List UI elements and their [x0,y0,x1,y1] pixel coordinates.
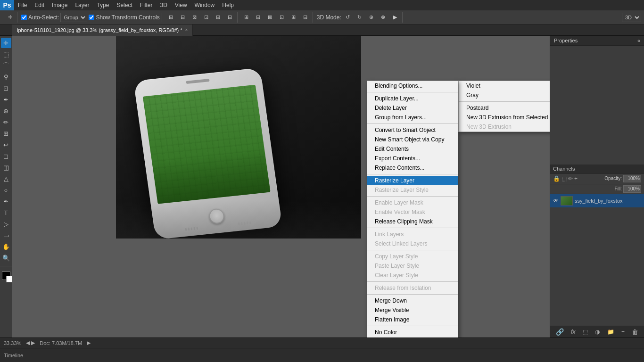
clone-stamp-tool[interactable]: ⊞ [1,128,11,139]
auto-select-checkbox[interactable] [21,15,27,20]
hand-tool[interactable]: ✋ [1,241,11,252]
nav-next-icon[interactable]: ▶ [31,340,35,346]
selection-tool[interactable]: ⬚ [1,49,11,59]
dist-r-icon[interactable]: ⊡ [277,12,287,23]
auto-select-label: Auto-Select: [28,14,59,21]
3d-mode-label: 3D Mode: [317,14,341,21]
context-menu-item-replace-contents[interactable]: Replace Contents... [367,163,458,173]
align-top-icon[interactable]: ⊡ [201,12,212,23]
dist-h-icon[interactable]: ⊞ [241,12,252,23]
context-menu-item-convert-smart-object[interactable]: Convert to Smart Object [367,125,458,135]
layer-fill-row: Fill: [550,184,644,194]
zoom-tool[interactable]: 🔍 [1,253,11,263]
layer-visibility-icon[interactable]: 👁 [553,197,559,204]
layer-adjustment-icon[interactable]: ◑ [595,329,600,335]
context-menu-item-merge-down[interactable]: Merge Down [367,296,458,305]
menu-file[interactable]: File [14,0,31,10]
menu-3d[interactable]: 3D [156,0,171,10]
context-menu-item-blending-options[interactable]: Blending Options... [367,81,458,90]
3d-icon1[interactable]: ↺ [343,12,353,23]
context-menu-ext-item-new-3d-extrusion-selected[interactable]: New 3D Extrusion from Selected Layer [459,113,550,122]
show-transform-checkbox[interactable] [89,15,94,20]
dist-v-icon[interactable]: ⊟ [253,12,264,23]
blur-tool[interactable]: △ [1,173,11,184]
dist-b-icon[interactable]: ⊟ [300,12,311,23]
3d-icon2[interactable]: ↻ [355,12,365,23]
nav-prev-icon[interactable]: ◀ [26,340,30,346]
lock-transparent-icon[interactable]: ⬚ [561,175,567,182]
align-left-icon[interactable]: ⊞ [166,12,176,23]
context-menu-item-duplicate-layer[interactable]: Duplicate Layer... [367,94,458,103]
move-tool[interactable]: ✛ [1,38,11,48]
opacity-input[interactable] [623,175,641,182]
fill-input[interactable] [623,185,641,193]
crop-tool[interactable]: ⊡ [1,83,11,93]
align-center-v-icon[interactable]: ⊞ [213,12,223,23]
menu-view[interactable]: View [171,0,191,10]
context-menu-ext-item-violet[interactable]: Violet [459,81,550,90]
context-menu-item-flatten-image[interactable]: Flatten Image [367,315,458,324]
layer-opacity-row: 🔒 ⬚ ✏ + Opacity: [550,173,644,184]
show-transform-label: Show Transform Controls [96,14,159,21]
dist-t-icon[interactable]: ⊞ [289,12,299,23]
properties-collapse-icon[interactable]: « [637,38,640,43]
align-bottom-icon[interactable]: ⊟ [225,12,235,23]
menu-layer[interactable]: Layer [71,0,93,10]
3d-value-dropdown[interactable]: 3D [622,13,641,22]
context-menu-item-group-from-layers[interactable]: Group from Layers... [367,113,458,122]
context-menu-item-new-smart-object-copy[interactable]: New Smart Object via Copy [367,135,458,144]
context-menu-ext-item-postcard[interactable]: Postcard [459,103,550,113]
tab-close-button[interactable]: × [185,27,188,33]
align-right-icon[interactable]: ⊠ [190,12,200,23]
pen-tool[interactable]: ✒ [1,196,11,206]
menu-edit[interactable]: Edit [31,0,48,10]
context-menu-item-no-color[interactable]: No Color [367,328,458,337]
lock-icon[interactable]: 🔒 [553,175,560,182]
layer-link-icon[interactable]: 🔗 [556,328,564,336]
gradient-tool[interactable]: ◫ [1,162,11,173]
eraser-tool[interactable]: ◻ [1,151,11,161]
3d-icon4[interactable]: ⊗ [378,12,388,23]
context-menu-ext-item-gray[interactable]: Gray [459,90,550,100]
3d-icon5[interactable]: ▶ [390,12,400,23]
align-center-h-icon[interactable]: ⊟ [178,12,188,23]
3d-icon3[interactable]: ⊕ [366,12,377,23]
auto-select-dropdown[interactable]: Group Layer [60,13,87,22]
eyedropper-tool[interactable]: ✒ [1,94,11,105]
move-tool-icon[interactable]: ✛ [5,12,15,23]
lasso-tool[interactable]: ⌒ [1,60,11,71]
lock-position-icon[interactable]: + [574,175,578,182]
context-menu-item-edit-contents[interactable]: Edit Contents [367,144,458,154]
status-arrow-icon[interactable]: ▶ [87,340,91,346]
dodge-tool[interactable]: ○ [1,185,11,195]
context-menu-item-release-clipping-mask[interactable]: Release Clipping Mask [367,217,458,226]
type-tool[interactable]: T [1,207,11,218]
lock-image-icon[interactable]: ✏ [568,175,573,182]
menu-type[interactable]: Type [93,0,113,10]
layer-new-icon[interactable]: + [621,329,625,335]
context-menu-ext-separator [459,101,550,102]
brush-tool[interactable]: ✏ [1,117,11,127]
history-brush-tool[interactable]: ↩ [1,140,11,150]
context-menu-item-merge-visible[interactable]: Merge Visible [367,305,458,315]
context-menu-item-export-contents[interactable]: Export Contents... [367,154,458,163]
menu-filter[interactable]: Filter [136,0,157,10]
context-menu-item-rasterize-layer[interactable]: Rasterize Layer [367,176,458,185]
layer-mask-icon[interactable]: ⬚ [583,329,588,335]
shape-tool[interactable]: ▭ [1,230,11,240]
layer-item[interactable]: 👁 ssy_field_by_foxstox [550,194,644,207]
menu-image[interactable]: Image [48,0,71,10]
layer-fx-icon[interactable]: fx [571,329,575,335]
layer-delete-icon[interactable]: 🗑 [632,328,638,336]
quick-select-tool[interactable]: ⚲ [1,72,11,82]
dist-l-icon[interactable]: ⊠ [265,12,275,23]
main-tab[interactable]: iphone-518101_1920.jpg @ 33.3% (grassy_f… [12,25,193,36]
layer-folder-icon[interactable]: 📁 [607,329,614,335]
spot-healing-tool[interactable]: ⊕ [1,106,11,116]
menu-select[interactable]: Select [113,0,136,10]
context-menu-item-delete-layer[interactable]: Delete Layer [367,103,458,113]
context-menu-item-red[interactable]: Red [367,337,458,337]
path-select-tool[interactable]: ▷ [1,219,11,229]
menu-help[interactable]: Help [218,0,238,10]
menu-window[interactable]: Window [191,0,219,10]
